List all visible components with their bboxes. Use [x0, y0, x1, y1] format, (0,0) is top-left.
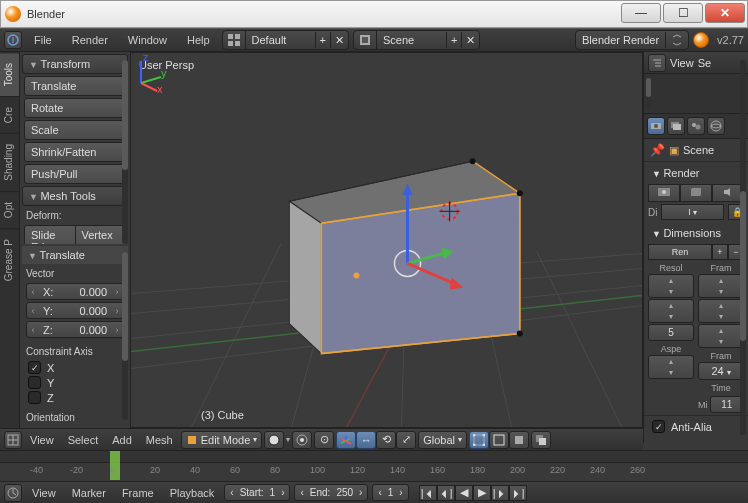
select-mode-edge-button[interactable]: [489, 431, 509, 449]
mesh-tools-panel-header[interactable]: Mesh Tools: [22, 186, 128, 206]
vector-z-field[interactable]: ‹ Z: 0.000 ›: [26, 321, 124, 338]
frame-end-stepper[interactable]: ▴▾: [698, 299, 744, 323]
editor-type-outliner-icon[interactable]: [648, 54, 666, 72]
scene-browse-icon[interactable]: [354, 31, 377, 49]
render-engine-selector[interactable]: Blender Render: [575, 30, 689, 50]
dropdown-icon[interactable]: ▾: [286, 435, 290, 444]
editor-type-3dview-icon[interactable]: [4, 431, 22, 449]
chevron-left-icon[interactable]: ‹: [297, 487, 306, 498]
preset-add-button[interactable]: +: [712, 244, 728, 260]
play-button[interactable]: ▶: [473, 485, 491, 501]
select-mode-vertex-button[interactable]: [469, 431, 489, 449]
layout-add-icon[interactable]: +: [316, 32, 331, 48]
view-menu[interactable]: View: [24, 432, 60, 448]
window-close-button[interactable]: ✕: [705, 3, 745, 23]
tl-view-menu[interactable]: View: [26, 485, 62, 501]
constraint-z-checkbox[interactable]: Z: [28, 391, 122, 404]
select-menu[interactable]: Select: [62, 432, 105, 448]
render-tab-icon[interactable]: [647, 117, 665, 135]
chevron-right-icon[interactable]: ›: [278, 487, 287, 498]
chevron-right-icon[interactable]: ›: [396, 487, 405, 498]
jump-to-end-button[interactable]: ⏵|: [509, 485, 527, 501]
pin-icon[interactable]: 📌: [650, 143, 665, 157]
menu-file[interactable]: File: [26, 31, 60, 49]
window-maximize-button[interactable]: ☐: [663, 3, 703, 23]
outliner-search-menu[interactable]: Se: [698, 57, 711, 69]
limit-selection-button[interactable]: [531, 431, 551, 449]
select-mode-face-button[interactable]: [509, 431, 529, 449]
play-reverse-button[interactable]: ◀: [455, 485, 473, 501]
translate-button[interactable]: Translate: [24, 76, 126, 96]
vtab-tools[interactable]: Tools: [0, 52, 19, 96]
vtab-create[interactable]: Cre: [0, 96, 19, 133]
manipulator-translate-button[interactable]: ↔: [356, 431, 376, 449]
3d-viewport[interactable]: User Persp: [130, 52, 643, 428]
menu-window[interactable]: Window: [120, 31, 175, 49]
render-section-header[interactable]: Render: [648, 164, 744, 182]
chevron-left-icon[interactable]: ‹: [27, 287, 39, 297]
frame-step-stepper[interactable]: ▴▾: [698, 324, 744, 348]
chevron-left-icon[interactable]: ‹: [27, 306, 39, 316]
shrink-fatten-button[interactable]: Shrink/Fatten: [24, 142, 126, 162]
keyframe-next-button[interactable]: |⏵: [491, 485, 509, 501]
vtab-shading[interactable]: Shading: [0, 133, 19, 191]
layout-remove-icon[interactable]: ✕: [331, 32, 348, 49]
properties-scrollbar[interactable]: [740, 60, 746, 435]
timeline-ruler[interactable]: [0, 451, 748, 463]
mi-field[interactable]: 11: [710, 396, 745, 413]
screen-layout-selector[interactable]: Default + ✕: [222, 30, 349, 50]
mode-selector[interactable]: Edit Mode ▾: [181, 431, 263, 449]
keyframe-prev-button[interactable]: ⏴|: [437, 485, 455, 501]
chevron-left-icon[interactable]: ‹: [27, 325, 39, 335]
vtab-grease-pencil[interactable]: Grease P: [0, 228, 19, 291]
outliner-view-menu[interactable]: View: [670, 57, 694, 69]
operator-header[interactable]: Translate: [22, 246, 128, 264]
menu-render[interactable]: Render: [64, 31, 116, 49]
viewport-shading-button[interactable]: [264, 431, 284, 449]
pivot-align-button[interactable]: ⊙: [314, 431, 334, 449]
anti-aliasing-checkbox[interactable]: ✓ Anti-Alia: [652, 420, 740, 433]
scene-selector[interactable]: Scene + ✕: [353, 30, 480, 50]
resolution-percentage-field[interactable]: 5: [648, 324, 694, 341]
engine-dropdown-icon[interactable]: [666, 31, 688, 49]
vector-y-field[interactable]: ‹ Y: 0.000 ›: [26, 302, 124, 319]
editor-type-timeline-icon[interactable]: [4, 484, 22, 502]
manipulator-rotate-button[interactable]: ⟲: [376, 431, 396, 449]
dimensions-section-header[interactable]: Dimensions: [648, 224, 744, 242]
frame-rate-field[interactable]: 24 ▾: [698, 362, 744, 380]
toolshelf-scrollbar[interactable]: [122, 60, 128, 244]
resolution-y-stepper[interactable]: ▴▾: [648, 299, 694, 323]
window-minimize-button[interactable]: —: [621, 3, 661, 23]
scene-add-icon[interactable]: +: [447, 32, 462, 48]
world-tab-icon[interactable]: [707, 117, 725, 135]
current-frame-field[interactable]: ‹ 1 ›: [372, 484, 408, 501]
rotate-button[interactable]: Rotate: [24, 98, 126, 118]
vector-x-field[interactable]: ‹ X: 0.000 ›: [26, 283, 124, 300]
render-animation-button[interactable]: [680, 184, 712, 202]
menu-help[interactable]: Help: [179, 31, 218, 49]
manipulator-scale-button[interactable]: ⤢: [396, 431, 416, 449]
editor-type-info-icon[interactable]: i: [4, 31, 22, 49]
tl-marker-menu[interactable]: Marker: [66, 485, 112, 501]
resolution-x-stepper[interactable]: ▴▾: [648, 274, 694, 298]
outliner-scrollbar[interactable]: [646, 78, 651, 109]
aspect-x-stepper[interactable]: ▴▾: [648, 355, 694, 379]
transform-panel-header[interactable]: Transform: [22, 54, 128, 74]
timeline-editor[interactable]: -40-200204060801001201401601802002202402…: [0, 450, 748, 481]
constraint-y-checkbox[interactable]: Y: [28, 376, 122, 389]
display-mode-selector[interactable]: I ▾: [661, 204, 724, 220]
tl-frame-menu[interactable]: Frame: [116, 485, 160, 501]
start-frame-field[interactable]: ‹ Start: 1 ›: [224, 484, 290, 501]
render-presets-button[interactable]: Ren: [648, 244, 712, 260]
manipulator-toggle-button[interactable]: [336, 431, 356, 449]
scene-tab-icon[interactable]: [687, 117, 705, 135]
layout-browse-icon[interactable]: [223, 31, 246, 49]
scene-remove-icon[interactable]: ✕: [462, 32, 479, 49]
render-layers-tab-icon[interactable]: [667, 117, 685, 135]
operator-scrollbar[interactable]: [122, 252, 128, 420]
jump-to-start-button[interactable]: |⏴: [419, 485, 437, 501]
constraint-x-checkbox[interactable]: ✓X: [28, 361, 122, 374]
chevron-left-icon[interactable]: ‹: [227, 487, 236, 498]
render-engine-name[interactable]: Blender Render: [576, 32, 666, 48]
frame-start-stepper[interactable]: ▴▾: [698, 274, 744, 298]
